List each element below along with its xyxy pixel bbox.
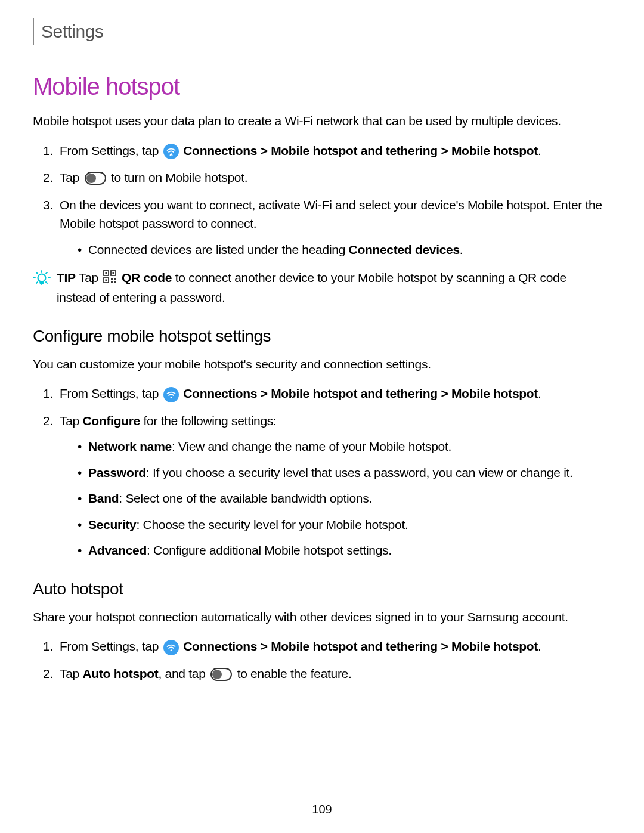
configure-step-2: Tap Configure for the following settings… — [60, 411, 608, 560]
sub-list: Connected devices are listed under the h… — [60, 240, 608, 259]
step-3: On the devices you want to connect, acti… — [60, 196, 608, 259]
main-title: Mobile hotspot — [33, 69, 608, 104]
svg-point-0 — [170, 153, 172, 155]
intro-text: Mobile hotspot uses your data plan to cr… — [33, 112, 608, 131]
configure-intro: You can customize your mobile hotspot's … — [33, 355, 608, 374]
svg-rect-3 — [106, 272, 107, 274]
header-section: Settings — [33, 18, 608, 45]
step-bold: Configure — [83, 414, 140, 428]
opt-bold: Security — [88, 518, 136, 531]
opt-text: : Configure additional Mobile hotspot se… — [147, 543, 392, 557]
sub-text: Connected devices are listed under the h… — [88, 243, 349, 256]
step-text: Tap — [60, 171, 83, 184]
option-network-name: Network name: View and change the name o… — [88, 437, 608, 456]
step-bold: Connections > Mobile hotspot and tetheri… — [183, 386, 538, 400]
step-text: On the devices you want to connect, acti… — [60, 198, 602, 231]
svg-point-12 — [170, 397, 172, 398]
connections-icon — [163, 387, 179, 402]
step-text: to turn on Mobile hotspot. — [108, 171, 248, 184]
step-text: Tap — [60, 667, 83, 680]
qr-code-icon — [103, 270, 116, 289]
page-number: 109 — [312, 800, 332, 818]
svg-rect-5 — [113, 272, 114, 274]
step-text: Tap — [60, 414, 83, 428]
sub-bold: Connected devices — [349, 243, 460, 256]
header-title: Settings — [41, 18, 608, 45]
svg-rect-10 — [111, 281, 113, 283]
step-1: From Settings, tap Connections > Mobile … — [60, 141, 608, 160]
tip-text: TIP Tap QR code to connect another devic… — [57, 268, 608, 307]
svg-rect-8 — [111, 278, 113, 280]
connections-icon — [163, 640, 179, 655]
option-advanced: Advanced: Configure additional Mobile ho… — [88, 541, 608, 560]
tip-pre: Tap — [76, 271, 102, 284]
step-text: , and tap — [159, 667, 209, 680]
opt-text: : If you choose a security level that us… — [146, 466, 573, 479]
svg-point-1 — [38, 274, 46, 282]
tip-label: TIP — [57, 271, 76, 284]
option-band: Band: Select one of the available bandwi… — [88, 489, 608, 508]
configure-title: Configure mobile hotspot settings — [33, 324, 608, 349]
connections-icon — [163, 144, 179, 159]
opt-text: : View and change the name of your Mobil… — [172, 439, 451, 453]
step-text: From Settings, tap — [60, 639, 162, 653]
main-steps-list: From Settings, tap Connections > Mobile … — [33, 141, 608, 259]
step-text: to enable the feature. — [234, 667, 351, 680]
opt-text: : Select one of the available bandwidth … — [119, 491, 372, 505]
step-bold: Auto hotspot — [83, 667, 159, 680]
opt-bold: Band — [88, 491, 119, 505]
opt-text: : Choose the security level for your Mob… — [136, 518, 408, 531]
opt-bold: Password — [88, 466, 146, 479]
step-bold: Connections > Mobile hotspot and tetheri… — [183, 639, 538, 653]
option-password: Password: If you choose a security level… — [88, 463, 608, 482]
auto-step-2: Tap Auto hotspot, and tap to enable the … — [60, 664, 608, 683]
step-text: From Settings, tap — [60, 386, 162, 400]
step-text: . — [538, 386, 541, 400]
step-text: From Settings, tap — [60, 144, 162, 157]
auto-steps-list: From Settings, tap Connections > Mobile … — [33, 637, 608, 683]
auto-intro: Share your hotspot connection automatica… — [33, 608, 608, 627]
auto-step-1: From Settings, tap Connections > Mobile … — [60, 637, 608, 656]
svg-point-13 — [170, 649, 172, 651]
tip-bold: QR code — [122, 271, 172, 284]
step-text: . — [538, 639, 541, 653]
step-text: . — [538, 144, 541, 157]
step-2: Tap to turn on Mobile hotspot. — [60, 168, 608, 187]
toggle-icon — [210, 668, 232, 681]
lightbulb-icon — [33, 270, 51, 293]
step-bold: Connections > Mobile hotspot and tetheri… — [183, 144, 538, 157]
step-text: for the following settings: — [140, 414, 277, 428]
svg-rect-7 — [106, 279, 107, 281]
option-security: Security: Choose the security level for … — [88, 515, 608, 534]
svg-rect-9 — [114, 278, 116, 280]
sub-text: . — [460, 243, 463, 256]
sub-item: Connected devices are listed under the h… — [88, 240, 608, 259]
configure-options: Network name: View and change the name o… — [60, 437, 608, 560]
svg-rect-11 — [114, 281, 116, 283]
auto-title: Auto hotspot — [33, 577, 608, 602]
opt-bold: Network name — [88, 439, 172, 453]
configure-step-1: From Settings, tap Connections > Mobile … — [60, 384, 608, 403]
configure-steps-list: From Settings, tap Connections > Mobile … — [33, 384, 608, 560]
toggle-icon — [85, 172, 106, 185]
opt-bold: Advanced — [88, 543, 147, 557]
tip-block: TIP Tap QR code to connect another devic… — [33, 268, 608, 307]
